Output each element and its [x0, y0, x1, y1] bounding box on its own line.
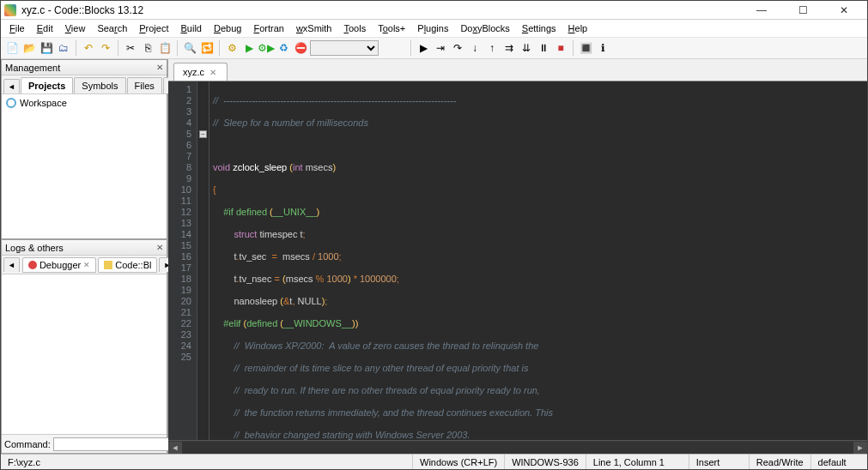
scroll-right-icon[interactable]: ► [853, 442, 867, 454]
management-panel: Management✕ ◄ Projects Symbols Files F ►… [1, 59, 167, 239]
abort-icon[interactable]: ⛔ [293, 40, 308, 56]
toolbar: 📄 📂 💾 🗂 ↶ ↷ ✂ ⎘ 📋 🔍 🔁 ⚙ ▶ ⚙▶ ♻ ⛔ ▶ ⇥ ↷ ↓… [1, 37, 867, 59]
cut-icon[interactable]: ✂ [123, 40, 138, 56]
status-eol: Windows (CR+LF) [413, 455, 505, 469]
debug-step-icon[interactable]: ↓ [467, 40, 483, 56]
menu-wxsmith[interactable]: wxSmith [291, 21, 337, 35]
redo-icon[interactable]: ↷ [98, 40, 113, 56]
run-icon[interactable]: ▶ [241, 40, 257, 56]
editor-area: xyz.c✕ 123456789101112131415161718192021… [168, 59, 867, 454]
undo-icon[interactable]: ↶ [81, 40, 96, 56]
copy-icon[interactable]: ⎘ [140, 40, 155, 56]
tab-close-icon[interactable]: ✕ [209, 68, 216, 77]
saveall-icon[interactable]: 🗂 [56, 40, 71, 56]
workspace-item[interactable]: Workspace [4, 97, 164, 109]
menu-debug[interactable]: Debug [209, 21, 246, 35]
scroll-left-icon[interactable]: ◄ [168, 442, 182, 454]
buildrun-icon[interactable]: ⚙▶ [258, 40, 274, 56]
close-button[interactable]: ✕ [831, 3, 857, 17]
menu-help[interactable]: Help [563, 21, 593, 35]
tab-scroll-left[interactable]: ◄ [3, 79, 20, 93]
find-icon[interactable]: 🔍 [182, 40, 197, 56]
bug-icon [28, 261, 37, 269]
status-insert: Insert [689, 455, 750, 469]
build-icon[interactable]: ⚙ [224, 40, 240, 56]
debug-stop-icon[interactable]: ■ [553, 40, 568, 56]
command-label: Command: [4, 439, 51, 449]
logs-body [2, 274, 167, 434]
menu-settings[interactable]: Settings [517, 21, 561, 35]
maximize-button[interactable]: ☐ [790, 3, 816, 17]
menu-fortran[interactable]: Fortran [248, 21, 288, 35]
minimize-button[interactable]: — [749, 3, 774, 17]
workspace-label: Workspace [20, 98, 67, 108]
debug-windows-icon[interactable]: 🔳 [578, 40, 593, 56]
statusbar: F:\xyz.c Windows (CR+LF) WINDOWS-936 Lin… [1, 454, 867, 469]
debug-break-icon[interactable]: ⏸ [536, 40, 551, 56]
debug-stepi-icon[interactable]: ⇊ [519, 40, 534, 56]
new-icon[interactable]: 📄 [4, 40, 20, 56]
menu-file[interactable]: File [4, 21, 30, 35]
logtab-debugger[interactable]: Debugger✕ [22, 257, 96, 273]
target-select[interactable] [310, 40, 379, 56]
debug-stepout-icon[interactable]: ↑ [484, 40, 500, 56]
menu-edit[interactable]: Edit [32, 21, 58, 35]
rebuild-icon[interactable]: ♻ [276, 40, 291, 56]
tab-files[interactable]: Files [127, 77, 162, 93]
note-icon [104, 261, 112, 269]
status-readwrite: Read/Write [750, 455, 811, 469]
management-close-icon[interactable]: ✕ [156, 63, 163, 72]
line-gutter: 1234567891011121314151617181920212223242… [168, 81, 197, 440]
menu-toolsplus[interactable]: Tools+ [373, 21, 410, 35]
command-input[interactable] [53, 437, 177, 451]
logs-title: Logs & others [5, 243, 64, 253]
debug-run-icon[interactable]: ▶ [416, 40, 431, 56]
debug-next-icon[interactable]: ↷ [450, 40, 465, 56]
status-profile: default [811, 455, 867, 469]
tab-symbols[interactable]: Symbols [74, 77, 125, 93]
logs-close-icon[interactable]: ✕ [156, 243, 163, 252]
editor-tab-xyz[interactable]: xyz.c✕ [173, 63, 228, 81]
menu-search[interactable]: Search [92, 21, 132, 35]
titlebar: xyz.c - Code::Blocks 13.12 — ☐ ✕ [1, 1, 867, 20]
menu-build[interactable]: Build [176, 21, 207, 35]
status-position: Line 1, Column 1 [586, 455, 689, 469]
logs-panel: Logs & others✕ ◄ Debugger✕ Code::Bl ► Co… [1, 239, 167, 454]
menu-tools[interactable]: Tools [338, 21, 371, 35]
code-editor[interactable]: 1234567891011121314151617181920212223242… [168, 81, 867, 440]
debug-runto-icon[interactable]: ⇥ [433, 40, 448, 56]
logtab-scroll-left[interactable]: ◄ [3, 257, 20, 272]
fold-toggle[interactable]: − [199, 130, 207, 138]
menubar: File Edit View Search Project Build Debu… [1, 20, 867, 37]
debug-info-icon[interactable]: ℹ [595, 40, 610, 56]
status-encoding: WINDOWS-936 [505, 455, 586, 469]
menu-doxyblocks[interactable]: DoxyBlocks [455, 21, 514, 35]
menu-plugins[interactable]: Plugins [412, 21, 453, 35]
fold-column: − [197, 81, 209, 440]
status-path: F:\xyz.c [1, 455, 413, 469]
logtab-codeblocks[interactable]: Code::Bl [98, 257, 157, 273]
replace-icon[interactable]: 🔁 [199, 40, 215, 56]
tab-projects[interactable]: Projects [21, 77, 73, 93]
horizontal-scrollbar[interactable]: ◄ ► [168, 440, 867, 454]
code-content[interactable]: // -------------------------------------… [209, 81, 867, 440]
menu-view[interactable]: View [60, 21, 91, 35]
save-icon[interactable]: 💾 [39, 40, 54, 56]
app-icon [4, 4, 16, 16]
workspace-icon [6, 98, 16, 108]
debug-nexti-icon[interactable]: ⇉ [501, 40, 517, 56]
management-title: Management [5, 63, 60, 73]
open-icon[interactable]: 📂 [21, 40, 37, 56]
paste-icon[interactable]: 📋 [157, 40, 173, 56]
window-title: xyz.c - Code::Blocks 13.12 [21, 4, 749, 16]
menu-project[interactable]: Project [134, 21, 173, 35]
